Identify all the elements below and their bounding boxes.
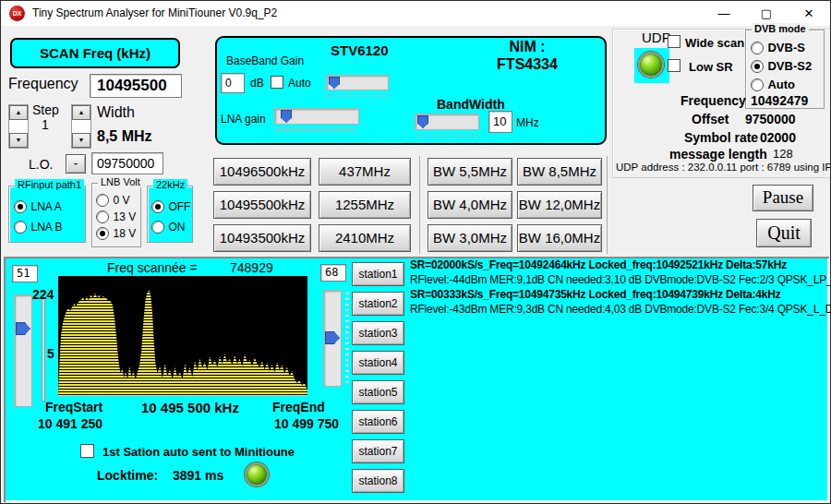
radio-dvb-s-label: DVB-S [767,41,804,54]
station2-button[interactable]: station2 [352,292,404,316]
minimize-icon[interactable]: — [703,1,745,26]
window-title: Tiny Spectrum Analyser for MiniTiouner V… [32,6,277,19]
khz22-title: 22kHz [153,179,187,190]
wide-scan-label: Wide scan [685,36,744,50]
bw-button-120[interactable]: BW 12,0MHz [517,191,602,219]
radio-lna-b-label: LNA B [30,221,62,234]
station1-button[interactable]: station1 [352,262,404,286]
frequency-input[interactable]: 10495500 [90,74,182,98]
chip-label: STV6120 [331,42,389,58]
radio-lna-b-icon [14,221,27,234]
spectrum-display [58,276,307,396]
bw-button-160[interactable]: BW 16,0MHz [517,224,602,252]
radio-22khz-on-label: ON [168,221,185,234]
close-icon[interactable]: ✕ [788,1,830,26]
bandwidth-slider-thumb[interactable] [417,115,428,128]
lna-gain-slider[interactable] [274,108,359,125]
lo-minus-button[interactable]: - [66,154,86,174]
titlebar: DX Tiny Spectrum Analyser for MiniTioune… [1,1,830,26]
station8-button[interactable]: station8 [352,469,404,493]
lo-label: L.O. [29,157,53,172]
radio-22khz-off[interactable]: OFF [151,198,190,214]
udp-symbol-rate-label: Symbol rate [684,130,758,145]
radio-18v-label: 18 V [113,227,136,240]
right-gain-slider[interactable] [323,290,342,387]
nim-label-line1: NIM : [453,39,601,55]
auto-checkbox[interactable] [271,76,283,89]
radio-dvb-auto[interactable]: Auto [751,76,795,92]
wide-scan-checkbox[interactable] [668,35,680,48]
radio-dvb-s[interactable]: DVB-S [751,39,805,55]
maximize-icon[interactable]: ▢ [745,1,788,26]
radio-0v-icon [96,194,109,207]
bandwidth-slider[interactable] [415,114,479,130]
station3-button[interactable]: station3 [352,321,404,345]
bw-button-85[interactable]: BW 8,5MHz [517,158,602,186]
radio-13v-icon [96,210,109,223]
baseband-gain-slider[interactable] [326,75,389,90]
radio-lna-a-icon [14,200,27,213]
radio-lna-a[interactable]: LNA A [14,198,62,214]
radio-lna-a-label: LNA A [30,200,61,213]
nim-label-line2: FTS4334 [453,56,601,73]
radio-dvb-s2-label: DVB-S2 [767,59,812,73]
width-down-icon[interactable]: ▼ [72,133,90,148]
station5-button[interactable]: station5 [352,380,404,404]
band-button-2410[interactable]: 2410MHz [319,224,411,252]
status-line-3: SR=00333kS/s_Freq=10494735kHz Locked_fre… [410,288,780,301]
radio-dvb-auto-icon [751,78,764,91]
bandwidth-input[interactable]: 10 [488,111,512,133]
station6-button[interactable]: station6 [352,410,404,434]
baseband-gain-slider-thumb[interactable] [329,77,340,89]
baseband-gain-input[interactable]: 0 [221,73,245,93]
freq-scanned-label: Freq scannée = [107,260,198,275]
y-min-label: 5 [47,346,54,361]
pause-button[interactable]: Pause [753,185,813,211]
radio-dvb-s-icon [751,42,764,54]
radio-18v[interactable]: 18 V [96,224,136,241]
divider [419,156,420,254]
bw-button-40[interactable]: BW 4,0MHz [428,191,512,219]
lock-led-icon [245,462,269,486]
auto-send-label: 1st Sation auto sent to Minitioune [102,445,295,459]
radio-dvb-s2[interactable]: DVB-S2 [751,57,812,74]
freq-preset-button-1[interactable]: 10496500kHz [213,158,311,186]
scan-freq-button[interactable]: SCAN Freq (kHz) [10,38,180,68]
auto-checkbox-label: Auto [288,77,311,90]
radio-18v-icon [96,227,109,240]
radio-13v[interactable]: 13 V [96,208,136,224]
rf-input-group: RFinput path1 LNA A LNA B [8,186,86,243]
lo-input[interactable]: 09750000 [91,152,163,174]
width-up-icon[interactable]: ▲ [72,105,90,120]
freq-preset-button-3[interactable]: 10493500kHz [213,224,311,252]
auto-send-checkbox[interactable] [80,444,94,458]
locktime-value: 3891 ms [173,468,223,483]
left-gain-slider-thumb[interactable] [16,322,30,335]
y-max-label: 224 [32,287,54,302]
bw-button-30[interactable]: BW 3,0MHz [428,224,512,252]
lna-gain-slider-thumb[interactable] [281,110,292,123]
band-button-437[interactable]: 437MHz [319,158,411,186]
left-gain-slider[interactable] [14,294,32,407]
low-sr-checkbox[interactable] [668,59,680,72]
step-down-icon[interactable]: ▼ [9,133,28,148]
station7-button[interactable]: station7 [352,439,404,463]
station4-button[interactable]: station4 [352,351,404,375]
radio-lna-b[interactable]: LNA B [14,218,62,234]
radio-22khz-off-icon [151,200,164,213]
lnb-volt-title: LNB Volt [98,176,143,187]
step-up-icon[interactable]: ▲ [9,105,28,120]
frequency-label: Frequency [8,76,78,92]
left-gain-input[interactable]: 51 [12,265,38,282]
right-gain-slider-thumb[interactable] [325,331,340,344]
band-button-1255[interactable]: 1255MHz [319,191,411,219]
right-gain-input[interactable]: 68 [320,264,346,282]
quit-button[interactable]: Quit [756,219,812,247]
step-label: Step [32,102,59,117]
freq-preset-button-2[interactable]: 10495500kHz [213,191,311,219]
radio-22khz-on-icon [151,221,164,234]
radio-22khz-on[interactable]: ON [151,218,185,234]
radio-0v[interactable]: 0 V [96,191,129,208]
bw-button-55[interactable]: BW 5,5MHz [428,158,512,186]
udp-frequency-label: Frequency [680,93,746,108]
